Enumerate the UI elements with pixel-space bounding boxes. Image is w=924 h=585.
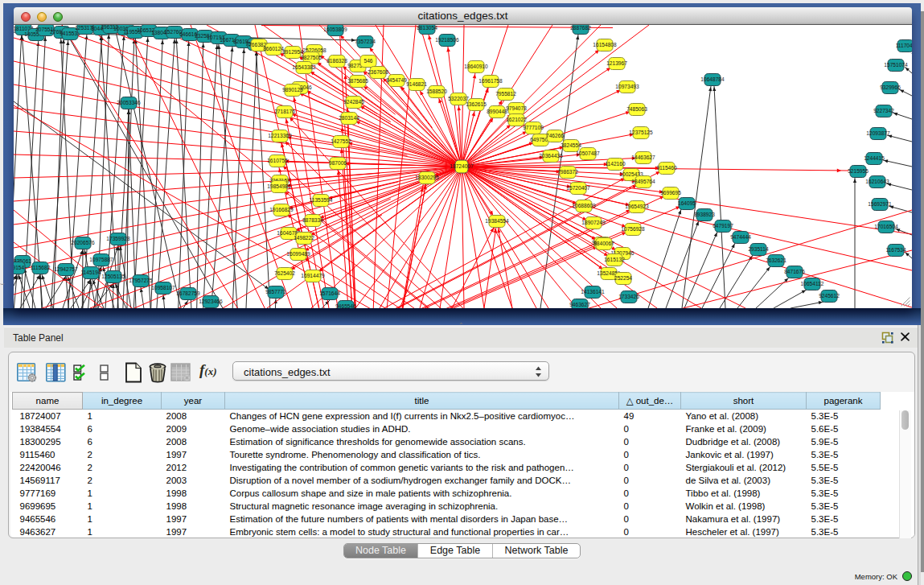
svg-text:8471676: 8471676 [784,269,805,274]
svg-text:16914479: 16914479 [301,273,325,278]
svg-text:1213967: 1213967 [606,60,627,66]
svg-text:1142160: 1142160 [605,161,626,167]
svg-text:8813054: 8813054 [417,25,437,31]
svg-text:1733426: 1733426 [618,294,639,299]
svg-text:12923466: 12923466 [199,299,223,304]
svg-text:12213369: 12213369 [268,133,292,138]
svg-text:17957275: 17957275 [129,278,153,283]
svg-text:19854986: 19854986 [267,183,291,189]
svg-text:9329966: 9329966 [880,84,901,90]
svg-text:5215955: 5215955 [848,168,869,174]
svg-text:9146821: 9146821 [406,81,427,87]
svg-text:1615132: 1615132 [604,257,625,262]
svg-text:16099489: 16099489 [286,251,310,257]
svg-text:5322037: 5322037 [448,96,469,101]
svg-text:17359928: 17359928 [106,236,130,241]
svg-text:2803144: 2803144 [339,115,359,121]
svg-text:9245612: 9245612 [819,293,840,299]
svg-text:7986372: 7986372 [557,169,578,175]
svg-text:16782759: 16782759 [176,290,200,296]
svg-text:19384554: 19384554 [485,218,509,224]
svg-text:10688609: 10688609 [572,203,596,208]
svg-text:6479197: 6479197 [713,223,733,229]
svg-text:1115682: 1115682 [31,265,51,270]
svg-text:15692971: 15692971 [868,201,892,207]
svg-text:9840067: 9840067 [593,241,614,246]
svg-text:9857771: 9857771 [265,289,286,295]
svg-text:20206576: 20206576 [71,240,95,245]
svg-text:252254: 252254 [614,275,632,281]
svg-text:3875685: 3875685 [347,78,368,84]
svg-text:2718176: 2718176 [274,109,295,114]
svg-text:15720407: 15720407 [566,185,590,191]
svg-text:9227342: 9227342 [873,108,894,113]
svg-text:17016504: 17016504 [874,224,898,229]
svg-text:746266: 746266 [546,133,564,138]
svg-text:16961758: 16961758 [478,78,503,84]
svg-text:10648784: 10648784 [700,76,725,82]
svg-text:987006: 987006 [329,160,347,166]
svg-text:164095: 164095 [678,200,696,206]
svg-text:10975887: 10975887 [89,257,113,262]
svg-text:9827505: 9827505 [301,55,322,60]
svg-text:9463627: 9463627 [569,302,590,307]
svg-text:9115460: 9115460 [656,165,677,171]
svg-text:10507487: 10507487 [576,150,600,156]
svg-text:9777109: 9777109 [523,125,544,130]
svg-text:546: 546 [363,58,372,64]
svg-text:18300295: 18300295 [415,175,439,180]
svg-text:9465546: 9465546 [335,303,356,308]
svg-text:1362615: 1362615 [466,101,487,107]
svg-text:12505135: 12505135 [101,274,125,279]
svg-text:10654112: 10654112 [801,281,824,286]
svg-text:7625402: 7625402 [274,270,295,276]
svg-text:9242845: 9242845 [343,99,364,105]
svg-text:8938923: 8938923 [694,212,715,217]
svg-text:16053809: 16053809 [323,27,347,32]
svg-text:12375125: 12375125 [629,130,653,135]
svg-text:7357234: 7357234 [355,39,376,44]
svg-text:39154: 39154 [14,265,24,270]
svg-text:18640910: 18640910 [464,64,488,69]
svg-text:18724007: 18724007 [450,163,474,169]
svg-text:16154808: 16154808 [593,42,617,47]
svg-text:1244415: 1244415 [864,155,885,161]
svg-text:1427552: 1427552 [331,138,351,144]
svg-text:10958107: 10958107 [151,285,175,290]
svg-text:1145194: 1145194 [80,270,101,275]
svg-text:8186328: 8186328 [326,58,347,64]
svg-text:16543382: 16543382 [292,64,316,70]
svg-text:19166829: 19166829 [269,207,294,212]
svg-text:3824554: 3824554 [561,142,581,148]
svg-text:1571644: 1571644 [319,290,340,296]
svg-text:16210643: 16210643 [865,179,889,184]
svg-text:2887682: 2887682 [570,25,591,31]
svg-text:1498222: 1498222 [294,235,314,241]
svg-text:10756928: 10756928 [621,226,645,232]
svg-text:8454749: 8454749 [386,77,407,83]
svg-text:7485063: 7485063 [626,106,647,112]
svg-text:7955812: 7955812 [495,91,516,97]
svg-text:2935114: 2935114 [748,246,769,252]
svg-text:11353594: 11353594 [310,197,333,203]
svg-text:8912954: 8912954 [282,49,303,55]
svg-text:9890129: 9890129 [282,87,303,93]
svg-text:15751074: 15751074 [884,62,908,68]
svg-text:8990448: 8990448 [487,109,507,114]
svg-text:8878334: 8878334 [302,217,323,223]
svg-text:12093877: 12093877 [866,130,890,136]
svg-text:1621022: 1621022 [506,117,527,122]
svg-text:9794078: 9794078 [506,105,527,111]
svg-text:1117045: 1117045 [896,43,912,48]
svg-text:18907249: 18907249 [581,220,606,225]
svg-text:18495764: 18495764 [631,179,655,184]
svg-text:9474444: 9474444 [730,234,751,240]
svg-text:19218506: 19218506 [435,37,459,43]
svg-text:9699695: 9699695 [660,190,681,196]
svg-text:20364436: 20364436 [539,153,563,159]
svg-text:1610755: 1610755 [267,158,288,163]
svg-text:14136141: 14136141 [581,289,605,295]
svg-text:10973493: 10973493 [615,84,639,89]
svg-text:8660124: 8660124 [263,46,284,51]
svg-text:7632621: 7632621 [766,257,786,263]
